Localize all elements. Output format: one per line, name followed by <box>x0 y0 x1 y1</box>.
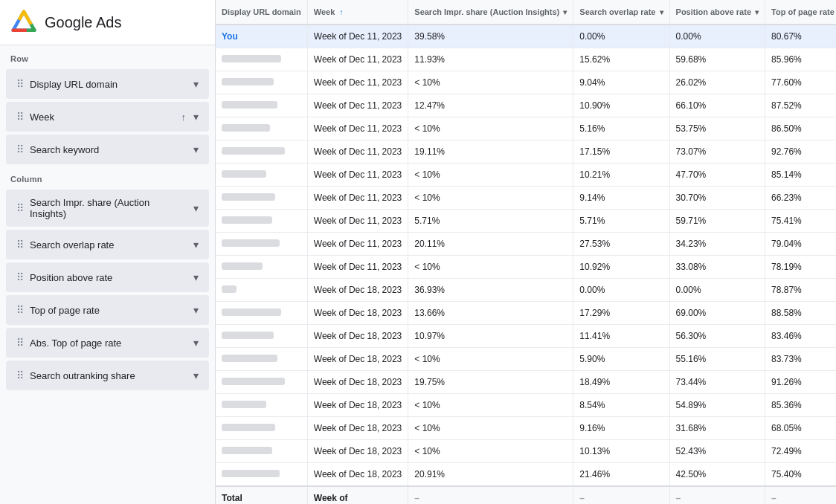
table-row: Week of Dec 18, 2023< 10%10.13%52.43%72.… <box>216 440 836 463</box>
cell-impr-share: 19.75% <box>408 371 573 394</box>
table-row: YouWeek of Dec 11, 202339.58%0.00%0.00%8… <box>216 25 836 48</box>
blurred-domain <box>222 170 266 178</box>
cell-domain: You <box>216 25 307 48</box>
cell-overlap: 0.00% <box>573 25 669 48</box>
total-week: Week of <box>307 486 408 504</box>
cell-position-above: 59.71% <box>669 210 765 233</box>
cell-overlap: 17.15% <box>573 140 669 164</box>
col-display-url-domain[interactable]: Display URL domain <box>216 0 307 25</box>
cell-top-page: 91.26% <box>765 371 836 394</box>
sidebar-item-search-outranking-share[interactable]: ⠿ Search outranking share ▾ <box>6 361 209 390</box>
cell-week: Week of Dec 11, 2023 <box>307 71 408 94</box>
blurred-domain <box>222 78 274 85</box>
cell-position-above: 69.00% <box>669 302 765 325</box>
cell-week: Week of Dec 18, 2023 <box>307 325 408 348</box>
cell-overlap: 27.53% <box>573 233 669 256</box>
col-position-above-rate[interactable]: Position above rate ▾ <box>669 0 765 25</box>
sidebar-item-label: Search outranking share <box>30 370 187 381</box>
cell-impr-share: < 10% <box>408 348 573 371</box>
cell-week: Week of Dec 11, 2023 <box>307 117 408 140</box>
cell-overlap: 21.46% <box>573 463 669 487</box>
sidebar-item-position-above-rate[interactable]: ⠿ Position above rate ▾ <box>6 262 209 292</box>
drag-icon: ⠿ <box>16 202 24 214</box>
chevron-down-icon: ▾ <box>193 202 199 214</box>
cell-domain <box>216 187 307 210</box>
cell-domain <box>216 210 307 233</box>
table-header-row: Display URL domain Week ↑ Search Impr. s… <box>216 0 836 25</box>
cell-top-page: 83.73% <box>765 348 836 371</box>
cell-position-above: 52.43% <box>669 440 765 463</box>
drag-icon: ⠿ <box>16 78 24 90</box>
table-row: Week of Dec 18, 202319.75%18.49%73.44%91… <box>216 371 836 394</box>
cell-week: Week of Dec 11, 2023 <box>307 210 408 233</box>
cell-top-page: 87.52% <box>765 94 836 117</box>
sidebar-item-label: Search overlap rate <box>30 239 187 251</box>
sidebar-item-display-url-domain[interactable]: ⠿ Display URL domain ▾ <box>6 69 209 99</box>
total-cell-overlap: – <box>573 486 669 504</box>
col-search-impr-share[interactable]: Search Impr. share (Auction Insights) ▾ <box>408 0 573 25</box>
cell-week: Week of Dec 11, 2023 <box>307 94 408 117</box>
cell-overlap: 17.29% <box>573 302 669 325</box>
cell-impr-share: 20.91% <box>408 463 573 487</box>
cell-position-above: 73.07% <box>669 140 765 164</box>
cell-impr-share: 19.11% <box>408 140 573 164</box>
table-row: Week of Dec 18, 2023< 10%9.16%31.68%68.0… <box>216 417 836 440</box>
sidebar-item-search-overlap-rate[interactable]: ⠿ Search overlap rate ▾ <box>6 230 209 259</box>
table-row: Week of Dec 11, 2023< 10%10.21%47.70%85.… <box>216 164 836 187</box>
blurred-domain <box>222 55 281 62</box>
sidebar-item-search-impr-share[interactable]: ⠿ Search Impr. share (Auction Insights) … <box>6 190 209 227</box>
sidebar-item-label: Position above rate <box>30 272 187 283</box>
cell-overlap: 5.16% <box>573 117 669 140</box>
sidebar-item-top-of-page-rate[interactable]: ⠿ Top of page rate ▾ <box>6 295 209 325</box>
blurred-domain <box>222 216 272 224</box>
chevron-down-icon: ▾ <box>193 304 199 316</box>
cell-top-page: 83.46% <box>765 325 836 348</box>
blurred-domain <box>222 470 280 477</box>
sidebar-item-label: Display URL domain <box>30 79 187 90</box>
col-week[interactable]: Week ↑ <box>307 0 408 25</box>
blurred-domain <box>222 239 280 247</box>
cell-domain <box>216 302 307 325</box>
cell-position-above: 56.30% <box>669 325 765 348</box>
drag-icon: ⠿ <box>16 143 24 155</box>
sort-asc-icon: ↑ <box>339 8 343 16</box>
cell-top-page: 75.41% <box>765 210 836 233</box>
col-search-overlap-rate[interactable]: Search overlap rate ▾ <box>573 0 669 25</box>
cell-week: Week of Dec 18, 2023 <box>307 394 408 417</box>
table-row: Week of Dec 18, 202310.97%11.41%56.30%83… <box>216 325 836 348</box>
cell-impr-share: 10.97% <box>408 325 573 348</box>
sidebar-item-week[interactable]: ⠿ Week ↑ ▾ <box>6 102 209 132</box>
cell-domain <box>216 117 307 140</box>
chevron-down-icon: ▾ <box>193 239 199 251</box>
cell-top-page: 79.04% <box>765 233 836 256</box>
table-row: Week of Dec 11, 2023< 10%9.14%30.70%66.2… <box>216 187 836 210</box>
cell-position-above: 73.44% <box>669 371 765 394</box>
cell-position-above: 59.68% <box>669 48 765 71</box>
total-cell-top_page: – <box>765 486 836 504</box>
cell-overlap: 18.49% <box>573 371 669 394</box>
cell-week: Week of Dec 18, 2023 <box>307 371 408 394</box>
col-top-of-page-rate[interactable]: Top of page rate ▾ <box>765 0 836 25</box>
cell-domain <box>216 394 307 417</box>
table-row: Week of Dec 11, 20235.71%5.71%59.71%75.4… <box>216 210 836 233</box>
sidebar-item-abs-top-of-page-rate[interactable]: ⠿ Abs. Top of page rate ▾ <box>6 328 209 358</box>
cell-top-page: 72.49% <box>765 440 836 463</box>
sidebar-item-label: Search Impr. share (Auction Insights) <box>30 197 187 219</box>
sidebar-item-label: Week <box>30 112 176 123</box>
chevron-down-icon: ▾ <box>193 337 199 349</box>
blurred-domain <box>222 401 266 408</box>
sidebar-item-search-keyword[interactable]: ⠿ Search keyword ▾ <box>6 135 209 164</box>
cell-domain <box>216 48 307 71</box>
table-row: Week of Dec 11, 202312.47%10.90%66.10%87… <box>216 94 836 117</box>
cell-position-above: 66.10% <box>669 94 765 117</box>
cell-overlap: 0.00% <box>573 279 669 302</box>
cell-impr-share: < 10% <box>408 417 573 440</box>
cell-impr-share: 12.47% <box>408 94 573 117</box>
table-row: Week of Dec 18, 2023< 10%5.90%55.16%83.7… <box>216 348 836 371</box>
cell-week: Week of Dec 11, 2023 <box>307 48 408 71</box>
chevron-down-icon: ▾ <box>193 369 199 381</box>
cell-top-page: 92.76% <box>765 140 836 164</box>
blurred-domain <box>222 447 272 454</box>
sidebar-item-label: Abs. Top of page rate <box>30 337 187 349</box>
cell-impr-share: 36.93% <box>408 279 573 302</box>
